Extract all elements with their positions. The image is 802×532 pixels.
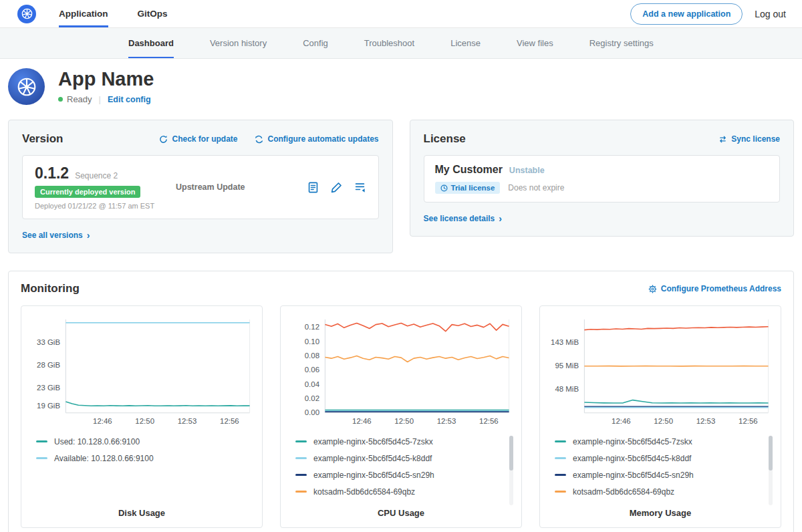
edit-config-icon[interactable] (330, 181, 343, 194)
logout-link[interactable]: Log out (755, 9, 786, 19)
svg-text:23 GiB: 23 GiB (37, 384, 60, 392)
legend-scrollbar[interactable] (769, 436, 773, 505)
license-card-links: Sync license (718, 134, 780, 144)
gear-icon (648, 285, 657, 293)
tab-troubleshoot[interactable]: Troubleshoot (364, 28, 414, 58)
tab-gitops[interactable]: GitOps (138, 0, 168, 27)
legend-item: kotsadm-5db6dc6584-69qbz (295, 483, 503, 500)
svg-text:0.06: 0.06 (305, 366, 319, 374)
legend-scrollbar[interactable] (509, 436, 513, 505)
sync-license-link[interactable]: Sync license (718, 134, 780, 144)
sequence-label: Sequence 2 (75, 171, 118, 180)
license-card-title: License (424, 132, 466, 146)
version-card-header: Version Check for update Configure autom… (22, 132, 379, 146)
legend-color-dash (295, 440, 307, 442)
legend-label: kotsadm-5db6dc6584-69qbz (313, 487, 415, 497)
svg-text:0.04: 0.04 (305, 380, 319, 388)
tab-config[interactable]: Config (303, 28, 328, 58)
svg-text:0.10: 0.10 (305, 338, 319, 346)
configure-prometheus-link[interactable]: Configure Prometheus Address (648, 284, 781, 293)
version-details: 0.1.2 Sequence 2 Currently deployed vers… (35, 164, 172, 210)
tab-registry-settings[interactable]: Registry settings (589, 28, 654, 58)
monitoring-title: Monitoring (21, 282, 80, 295)
channel-name: Unstable (509, 166, 545, 175)
legend-scrollbar-thumb[interactable] (509, 436, 513, 471)
tab-version-history[interactable]: Version history (210, 28, 267, 58)
svg-text:95 MiB: 95 MiB (555, 362, 579, 370)
legend-label: example-nginx-5bc6f5d4c5-7zskx (313, 437, 433, 446)
configure-automatic-updates-link[interactable]: Configure automatic updates (255, 134, 378, 144)
release-notes-icon[interactable] (307, 181, 319, 194)
upstream-update-label: Upstream Update (176, 182, 245, 192)
legend-scrollbar-thumb[interactable] (769, 436, 773, 471)
memory-usage-plot[interactable]: 143 MiB95 MiB48 MiB12:4612:5012:5312:56 (545, 314, 775, 429)
legend-item: example-nginx-5bc6f5d4c5-sn29h (555, 467, 762, 483)
configure-prometheus-label: Configure Prometheus Address (661, 284, 781, 293)
customer-name: My Customer (435, 164, 503, 176)
svg-text:12:46: 12:46 (93, 417, 112, 425)
page-title: App Name (58, 69, 154, 90)
legend-color-dash (36, 457, 47, 459)
edit-config-link[interactable]: Edit config (108, 95, 151, 104)
svg-text:12:56: 12:56 (739, 417, 758, 425)
svg-text:12:53: 12:53 (696, 417, 716, 425)
version-card-links: Check for update Configure automatic upd… (159, 134, 378, 144)
disk-usage-legend: Used: 10.128.0.66:9100Available: 10.128.… (36, 433, 257, 467)
legend-label: kotsadm-5db6dc6584-69qbz (573, 487, 674, 497)
svg-text:33 GiB: 33 GiB (37, 338, 60, 346)
tab-license[interactable]: License (450, 28, 481, 58)
legend-color-dash (555, 491, 566, 493)
tab-application[interactable]: Application (59, 0, 108, 27)
tab-view-files[interactable]: View files (517, 28, 553, 58)
trial-license-badge: Trial license (435, 182, 501, 194)
legend-item: example-nginx-5bc6f5d4c5-7zskx (295, 433, 503, 450)
see-all-versions-label: See all versions (22, 231, 83, 240)
legend-label: example-nginx-5bc6f5d4c5-k8ddf (313, 454, 432, 463)
svg-text:12:50: 12:50 (135, 417, 154, 425)
legend-item: kotsadm-5db6dc6584-69qbz (555, 483, 762, 500)
kubernetes-logo-icon (17, 5, 36, 23)
check-for-update-link[interactable]: Check for update (159, 134, 237, 144)
legend-item: example-nginx-5bc6f5d4c5-sn29h (295, 467, 503, 483)
top-nav-right: Add a new application Log out (630, 3, 786, 25)
ready-status-dot-icon (58, 97, 63, 102)
cards-row: Version Check for update Configure autom… (8, 120, 794, 253)
top-nav-tabs: Application GitOps (59, 0, 197, 27)
charts-row: 33 GiB28 GiB23 GiB19 GiB12:4612:5012:531… (21, 305, 781, 528)
sync-license-label: Sync license (731, 134, 780, 144)
cpu-usage-legend: example-nginx-5bc6f5d4c5-7zskxexample-ng… (295, 433, 516, 500)
legend-color-dash (555, 457, 566, 459)
app-status-row: Ready | Edit config (58, 94, 154, 104)
version-number: 0.1.2 (35, 164, 69, 182)
svg-text:12:56: 12:56 (220, 417, 239, 425)
see-license-details-row: See license details › (424, 212, 781, 224)
svg-text:12:46: 12:46 (352, 417, 372, 425)
app-header-text: App Name Ready | Edit config (58, 69, 154, 105)
chevron-right-icon: › (499, 214, 502, 223)
see-all-versions-row: See all versions › (22, 229, 379, 241)
legend-item: Available: 10.128.0.66:9100 (36, 450, 243, 467)
refresh-icon (159, 135, 168, 144)
cpu-usage-plot[interactable]: 0.120.100.080.060.040.020.0012:4612:5012… (286, 314, 516, 429)
add-new-application-button[interactable]: Add a new application (630, 3, 743, 25)
current-version-box: 0.1.2 Sequence 2 Currently deployed vers… (22, 155, 379, 219)
svg-text:0.00: 0.00 (305, 408, 319, 416)
see-all-versions-link[interactable]: See all versions › (22, 231, 90, 240)
svg-text:143 MiB: 143 MiB (551, 338, 579, 346)
legend-label: example-nginx-5bc6f5d4c5-sn29h (573, 471, 694, 480)
clock-icon (440, 184, 448, 192)
legend-label: example-nginx-5bc6f5d4c5-k8ddf (573, 454, 691, 463)
tab-dashboard[interactable]: Dashboard (128, 28, 174, 58)
disk-usage-plot[interactable]: 33 GiB28 GiB23 GiB19 GiB12:4612:5012:531… (27, 314, 257, 429)
legend-color-dash (36, 440, 47, 442)
legend-color-dash (555, 440, 566, 442)
app-header: App Name Ready | Edit config (0, 59, 802, 116)
svg-text:0.12: 0.12 (305, 323, 319, 331)
svg-text:0.02: 0.02 (305, 394, 319, 402)
svg-text:0.08: 0.08 (305, 352, 319, 360)
chart-memory-usage: 143 MiB95 MiB48 MiB12:4612:5012:5312:56 … (539, 305, 781, 528)
see-license-details-link[interactable]: See license details › (424, 214, 502, 223)
legend-item: Used: 10.128.0.66:9100 (36, 433, 243, 450)
legend-item: example-nginx-5bc6f5d4c5-k8ddf (295, 450, 503, 467)
view-diff-icon[interactable] (354, 181, 366, 194)
